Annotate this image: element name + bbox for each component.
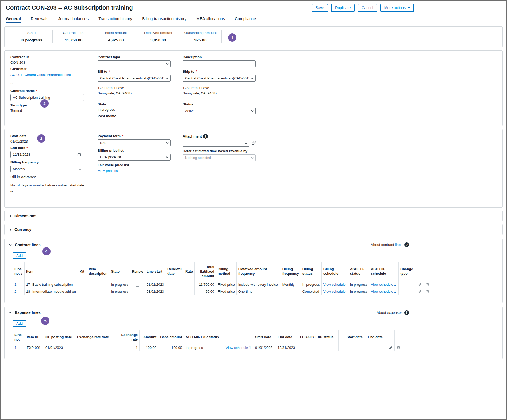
- cancel-button[interactable]: Cancel: [358, 4, 377, 12]
- tab-transaction-history[interactable]: Transaction history: [98, 16, 132, 22]
- column-header-state[interactable]: State: [109, 262, 130, 281]
- column-header-end-date[interactable]: End date: [366, 330, 387, 344]
- column-header-exchange-rate[interactable]: Exchange rate: [113, 330, 140, 344]
- description-label: Description: [183, 55, 348, 59]
- payment-term-label-text: Payment term: [98, 134, 121, 138]
- cell: [130, 281, 145, 288]
- cell: View schedule 1: [224, 344, 253, 351]
- save-button[interactable]: Save: [312, 4, 328, 12]
- cell: View schedule: [321, 288, 348, 295]
- column-header-billing-method[interactable]: Billing method: [216, 262, 237, 281]
- column-header-line-no-[interactable]: Line no.▲: [13, 262, 25, 281]
- help-icon[interactable]: ?: [203, 134, 208, 139]
- ship-to-select[interactable]: Central Coast Pharmaceuticals(CAC-001): [183, 75, 256, 82]
- column-header-line-start[interactable]: Line start: [145, 262, 166, 281]
- view-schedule-link[interactable]: View schedule 1: [371, 282, 396, 287]
- column-header-billing-frequency[interactable]: Billing frequency: [281, 262, 301, 281]
- expense-lines-toggle[interactable]: Expense lines: [9, 310, 41, 315]
- delete-row-button[interactable]: [395, 344, 402, 351]
- column-header-start-date[interactable]: Start date: [253, 330, 276, 344]
- delete-row-button[interactable]: [424, 288, 432, 295]
- column-header-item[interactable]: Item: [25, 262, 78, 281]
- column-header-exchange-rate-date[interactable]: Exchange rate date: [75, 330, 113, 344]
- customer-link[interactable]: AC-001--Central Coast Pharmaceuticals: [10, 73, 72, 77]
- renew-checkbox[interactable]: [136, 283, 139, 287]
- column-header-end-date[interactable]: End date: [276, 330, 298, 344]
- calendar-icon[interactable]: [77, 153, 81, 156]
- column-header-item-id[interactable]: Item ID: [25, 330, 44, 344]
- column-header-asc-606-schedule[interactable]: ASC-606 schedule: [369, 262, 398, 281]
- column-header-billing-schedule[interactable]: Billing schedule: [321, 262, 348, 281]
- view-schedule-link[interactable]: View schedule: [323, 282, 346, 287]
- table-row: 1EXP-00101/01/2023--1100.00100.00In prog…: [13, 344, 402, 351]
- contract-name-input[interactable]: [10, 94, 84, 101]
- tab-general[interactable]: General: [6, 16, 21, 22]
- billing-frequency-select[interactable]: Monthly: [10, 166, 83, 172]
- end-date-value: 12/31/2023: [13, 152, 30, 156]
- attachment-select[interactable]: [183, 140, 249, 147]
- tab-renewals[interactable]: Renewals: [31, 16, 48, 22]
- paperclip-icon[interactable]: [252, 141, 256, 146]
- more-actions-button[interactable]: More actions: [380, 4, 414, 12]
- column-header-gl-posting-date[interactable]: GL posting date: [44, 330, 75, 344]
- column-header-amount[interactable]: Amount: [140, 330, 158, 344]
- defer-revenue-select[interactable]: Nothing selected: [183, 154, 256, 161]
- end-date-input[interactable]: 12/31/2023: [10, 151, 83, 158]
- contract-lines-toggle[interactable]: Contract lines: [9, 243, 41, 247]
- view-schedule-link[interactable]: View schedule 1: [371, 289, 396, 293]
- help-icon[interactable]: ?: [404, 242, 409, 247]
- summary-label: Billed amount: [99, 31, 133, 35]
- column-header-asc-606-exp-status[interactable]: ASC-606 EXP status: [184, 330, 224, 344]
- column-header-renewal-date[interactable]: Renewal date: [166, 262, 183, 281]
- description-input[interactable]: [183, 60, 256, 67]
- currency-section-toggle[interactable]: Currency: [4, 224, 503, 235]
- help-icon[interactable]: ?: [404, 310, 409, 315]
- view-schedule-link[interactable]: View schedule: [323, 289, 346, 293]
- tab-mea-allocations[interactable]: MEA allocations: [196, 16, 225, 22]
- dimensions-section-toggle[interactable]: Dimensions: [4, 211, 503, 221]
- header-actions: Save Duplicate Cancel More actions: [312, 4, 414, 12]
- payment-term-select[interactable]: N30: [98, 139, 171, 146]
- column-header-total-flat-fixed-amount[interactable]: Total flat/fixed amount: [195, 262, 216, 281]
- chevron-right-icon: [9, 215, 11, 217]
- cell: 01/01/2023: [253, 344, 276, 351]
- column-header-rate[interactable]: Rate: [183, 262, 195, 281]
- page-title: Contract CON-203 -- AC Subscription trai…: [6, 4, 133, 11]
- column-header-asc-606-status[interactable]: ASC-606 status: [348, 262, 369, 281]
- column-header-change-type[interactable]: Change type: [398, 262, 416, 281]
- status-select[interactable]: Active: [183, 108, 256, 114]
- column-header-legacy-exp-status[interactable]: LEGACY EXP status: [298, 330, 339, 344]
- tab-billing-transaction-history[interactable]: Billing transaction history: [142, 16, 186, 22]
- view-schedule-link[interactable]: View schedule 1: [226, 346, 251, 350]
- line-number-link[interactable]: 1: [14, 346, 16, 350]
- add-contract-line-button[interactable]: Add: [13, 252, 26, 259]
- contract-type-select[interactable]: [98, 60, 171, 67]
- column-header-line-no-[interactable]: Line no.: [13, 330, 25, 344]
- billing-price-list-select[interactable]: CCP price list: [98, 154, 171, 161]
- summary-label: Received amount: [141, 31, 175, 35]
- tab-compliance[interactable]: Compliance: [235, 16, 256, 22]
- line-number-link[interactable]: 2: [14, 289, 16, 293]
- column-header-renew[interactable]: Renew: [130, 262, 145, 281]
- edit-row-button[interactable]: [387, 344, 395, 351]
- chevron-down-icon: [251, 77, 254, 79]
- column-header-item-description[interactable]: Item description: [87, 262, 109, 281]
- column-header-base-amount[interactable]: Base amount: [158, 330, 184, 344]
- more-actions-label: More actions: [384, 6, 406, 10]
- line-number-link[interactable]: 1: [14, 282, 16, 287]
- column-header-billing-status[interactable]: Billing status: [301, 262, 321, 281]
- edit-row-button[interactable]: [416, 288, 424, 295]
- column-header-kit[interactable]: Kit: [78, 262, 87, 281]
- column-header-start-date[interactable]: Start date: [345, 330, 366, 344]
- contract-id-label: Contract ID: [10, 55, 98, 59]
- add-expense-line-button[interactable]: Add: [13, 320, 26, 327]
- delete-row-button[interactable]: [424, 281, 432, 288]
- tab-journal-balances[interactable]: Journal balances: [58, 16, 89, 22]
- expense-lines-title: Expense lines: [15, 310, 41, 315]
- bill-to-select[interactable]: Central Coast Pharmaceuticals(CAC-001): [98, 75, 171, 82]
- duplicate-button[interactable]: Duplicate: [331, 4, 355, 12]
- column-header-flat-fixed-amount-frequency[interactable]: Flat/fixed amount frequency: [236, 262, 281, 281]
- mea-price-list-link[interactable]: MEA price list: [98, 169, 119, 173]
- edit-row-button[interactable]: [416, 281, 424, 288]
- renew-checkbox[interactable]: [136, 290, 139, 293]
